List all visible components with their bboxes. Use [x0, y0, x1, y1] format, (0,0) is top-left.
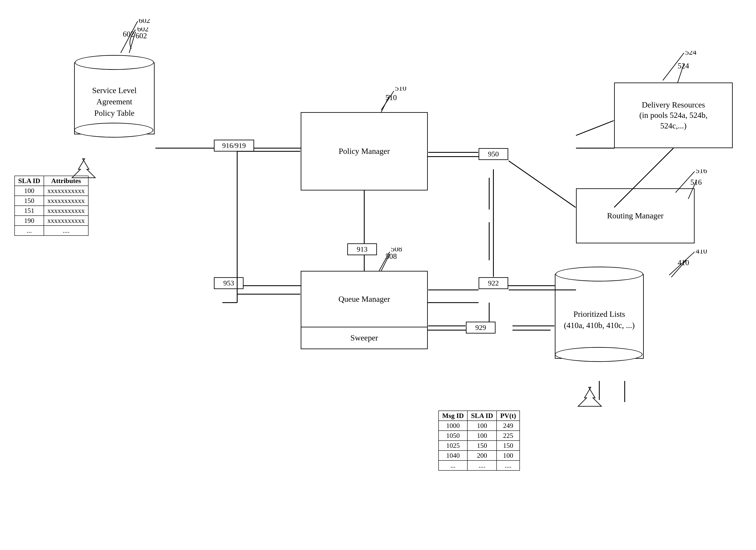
svg-text:524: 524 — [685, 51, 696, 56]
msg-id-table: Msg ID SLA ID PV(t) 1000 100 249 1050 10… — [438, 410, 520, 471]
msg-row4-id: 1040 — [439, 450, 467, 460]
table-row: 100 xxxxxxxxxxx — [15, 186, 88, 196]
msg-row1-id: 1000 — [439, 421, 467, 431]
label-953: 953 — [214, 277, 244, 289]
table-row: 150 xxxxxxxxxxx — [15, 196, 88, 206]
svg-line-39 — [576, 121, 614, 136]
sla-row5-id: ... — [15, 226, 44, 236]
msg-row2-pv: 225 — [497, 431, 520, 441]
sla-col-header-id: SLA ID — [15, 176, 44, 186]
msg-row4-sla: 200 — [467, 450, 497, 460]
svg-marker-30 — [578, 387, 601, 406]
table-row: 1040 200 100 — [439, 450, 520, 460]
msg-row5-pv: .... — [497, 460, 520, 470]
svg-text:516: 516 — [696, 169, 707, 175]
svg-text:508: 508 — [391, 248, 402, 253]
msg-col-header-sla: SLA ID — [467, 411, 497, 421]
sla-col-header-attr: Attributes — [44, 176, 88, 186]
msg-row1-pv: 249 — [497, 421, 520, 431]
database-label: Service LevelAgreementPolicy Table — [92, 85, 137, 119]
label-916-919: 916/919 — [214, 140, 254, 152]
svg-line-55 — [121, 21, 138, 53]
msg-row3-id: 1025 — [439, 441, 467, 450]
policy-manager-label: Policy Manager — [339, 146, 390, 156]
svg-text:602: 602 — [139, 19, 150, 25]
svg-line-51 — [379, 252, 390, 271]
msg-row3-sla: 150 — [467, 441, 497, 450]
sla-row2-id: 150 — [15, 196, 44, 206]
msg-col-header-id: Msg ID — [439, 411, 467, 421]
table-row: 151 xxxxxxxxxxx — [15, 206, 88, 216]
svg-line-61 — [669, 252, 695, 275]
sweeper-label-area: Sweeper — [301, 327, 427, 348]
delivery-resources-label: Delivery Resources(in pools 524a, 524b,5… — [639, 100, 708, 131]
label-922: 922 — [479, 277, 508, 289]
db-double-arrow-2 — [576, 385, 606, 413]
delivery-resources-box: Delivery Resources(in pools 524a, 524b,5… — [614, 83, 733, 148]
queue-manager-box: Queue Manager Sweeper — [301, 271, 428, 349]
svg-text:510: 510 — [395, 87, 406, 92]
msg-row3-pv: 150 — [497, 441, 520, 450]
msg-row1-sla: 100 — [467, 421, 497, 431]
msg-row2-id: 1050 — [439, 431, 467, 441]
sweeper-label: Sweeper — [350, 333, 378, 343]
svg-line-59 — [676, 172, 695, 193]
label-950: 950 — [479, 148, 508, 160]
routing-manager-label: Routing Manager — [607, 211, 663, 221]
svg-line-47 — [509, 161, 576, 208]
prioritized-lists-label: Prioritized Lists(410a, 410b, 410c, ...) — [564, 308, 635, 331]
sla-row3-id: 151 — [15, 206, 44, 216]
sla-row1-attr: xxxxxxxxxxx — [44, 186, 88, 196]
table-row: 190 xxxxxxxxxxx — [15, 216, 88, 226]
msg-row4-pv: 100 — [497, 450, 520, 460]
sla-database: Service LevelAgreementPolicy Table — [74, 55, 155, 134]
table-row: 1025 150 150 — [439, 441, 520, 450]
policy-manager-box: Policy Manager — [301, 112, 428, 191]
table-row: 1050 100 225 — [439, 431, 520, 441]
msg-row5-id: ... — [439, 460, 467, 470]
sla-row4-id: 190 — [15, 216, 44, 226]
sla-row3-attr: xxxxxxxxxxx — [44, 206, 88, 216]
table-row: ... .... — [15, 226, 88, 236]
sla-row5-attr: .... — [44, 226, 88, 236]
diagram-container: 602 602 Service LevelAgreementPolicy Tab… — [0, 0, 756, 550]
queue-manager-label: Queue Manager — [338, 294, 390, 304]
msg-row2-sla: 100 — [467, 431, 497, 441]
msg-row5-sla: .... — [467, 460, 497, 470]
sla-row2-attr: xxxxxxxxxxx — [44, 196, 88, 206]
sla-row1-id: 100 — [15, 186, 44, 196]
table-row: 1000 100 249 — [439, 421, 520, 431]
sla-row4-attr: xxxxxxxxxxx — [44, 216, 88, 226]
svg-text:410: 410 — [696, 250, 707, 255]
msg-col-header-pv: PV(t) — [497, 411, 520, 421]
queue-manager-label-area: Queue Manager — [301, 272, 427, 327]
svg-marker-29 — [72, 159, 95, 178]
sla-policy-table: SLA ID Attributes 100 xxxxxxxxxxx 150 xx… — [14, 176, 89, 236]
svg-line-53 — [381, 91, 394, 110]
table-row: ... .... .... — [439, 460, 520, 470]
prioritized-lists-database: Prioritized Lists(410a, 410b, 410c, ...) — [555, 267, 644, 359]
svg-line-57 — [663, 53, 684, 80]
label-929: 929 — [466, 322, 496, 333]
